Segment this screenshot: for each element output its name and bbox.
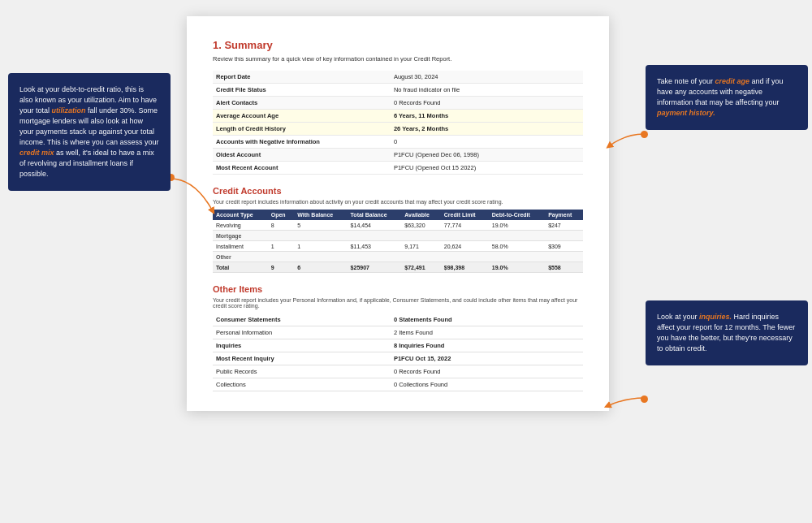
callout-top-right: Take note of your credit age and if you …	[646, 65, 808, 130]
report-document: 1. Summary Review this summary for a qui…	[187, 16, 609, 411]
credit-accounts-desc: Your credit report includes information …	[213, 199, 583, 205]
summary-row: Average Account Age6 Years, 11 Months	[213, 110, 583, 123]
other-row: Personal Information2 Items Found	[213, 326, 583, 339]
account-row: Other	[213, 252, 583, 262]
other-table: Consumer Statements0 Statements FoundPer…	[213, 313, 583, 391]
other-row: Collections0 Collections Found	[213, 378, 583, 391]
highlight-text: credit age	[715, 77, 750, 85]
highlight-text: payment history.	[657, 109, 715, 117]
other-row: Public Records0 Records Found	[213, 365, 583, 378]
summary-row: Most Recent AccountP1FCU (Opened Oct 15 …	[213, 162, 583, 175]
section1-title: 1. Summary	[213, 39, 583, 51]
summary-row: Credit File StatusNo fraud indicator on …	[213, 84, 583, 97]
highlight-text: inquiries.	[699, 313, 732, 321]
other-row: Most Recent InquiryP1FCU Oct 15, 2022	[213, 352, 583, 365]
highlight-text: credit mix	[19, 149, 54, 157]
other-row: Inquiries8 Inquiries Found	[213, 339, 583, 352]
dot-bottom-right	[641, 395, 648, 403]
account-row: Revolving85$14,454$63,32077,77419.0%$247	[213, 220, 583, 231]
account-row: Installment11$11,4539,17120,62458.0%$309	[213, 241, 583, 252]
callout-left: Look at your debt-to-credit ratio, this …	[8, 73, 171, 191]
other-items-desc: Your credit report includes your Persona…	[213, 297, 583, 309]
callout-bottom-right: Look at your inquiries. Hard inquiries a…	[646, 300, 808, 365]
summary-table: Report DateAugust 30, 2024Credit File St…	[213, 71, 583, 175]
other-items-title: Other Items	[213, 284, 583, 294]
credit-accounts-title: Credit Accounts	[213, 186, 583, 196]
summary-row: Length of Credit History26 Years, 2 Mont…	[213, 123, 583, 136]
account-row: Total96$25907$72,491$98,39819.0%$558	[213, 262, 583, 273]
other-row: Consumer Statements0 Statements Found	[213, 313, 583, 326]
section1-subtitle: Review this summary for a quick view of …	[213, 55, 583, 63]
accounts-table: Account TypeOpenWith BalanceTotal Balanc…	[213, 210, 583, 273]
dot-top-right	[641, 131, 648, 138]
summary-row: Oldest AccountP1FCU (Opened Dec 06, 1998…	[213, 149, 583, 162]
account-row: Mortgage	[213, 231, 583, 241]
highlight-text: utilization	[52, 106, 86, 115]
summary-row: Report DateAugust 30, 2024	[213, 71, 583, 84]
summary-row: Alert Contacts0 Records Found	[213, 97, 583, 110]
summary-row: Accounts with Negative Information0	[213, 136, 583, 149]
